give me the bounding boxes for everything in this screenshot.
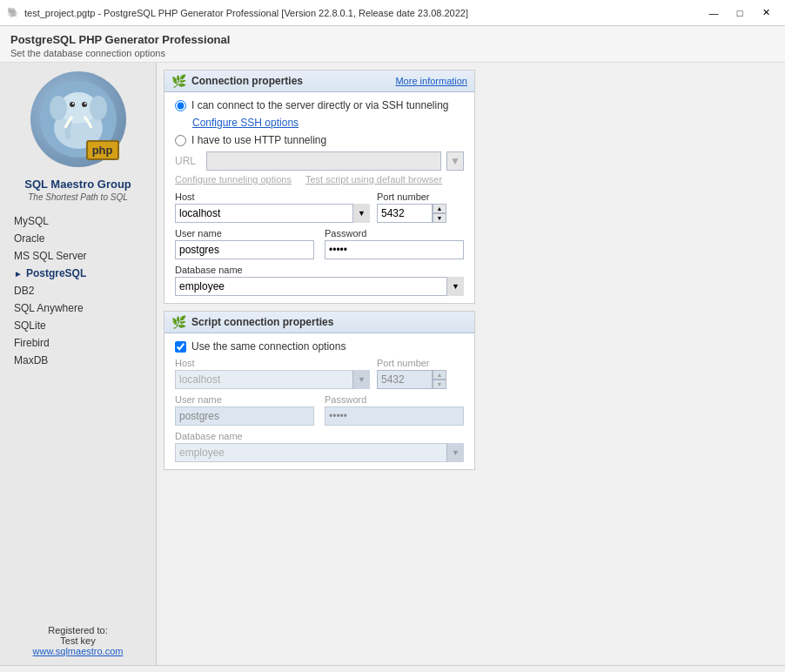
svg-point-7 (72, 103, 74, 104)
sidebar-item-maxdb[interactable]: MaxDB (7, 352, 149, 369)
host-dropdown-btn[interactable]: ▼ (352, 204, 370, 223)
radio-http[interactable] (175, 135, 186, 146)
active-arrow-icon: ► (14, 269, 23, 279)
script-username-group: User name (175, 394, 314, 426)
content-area: 🌿 Connection properties More information… (157, 63, 482, 627)
dbname-select[interactable]: employee (175, 277, 464, 296)
dbname-label: Database name (175, 265, 464, 275)
svg-point-4 (90, 96, 107, 120)
sidebar-group-name: SQL Maestro Group (24, 178, 131, 191)
svg-point-6 (82, 102, 87, 107)
close-button[interactable]: ✕ (754, 4, 778, 22)
url-input[interactable] (206, 151, 441, 171)
port-row: ▲ ▼ (377, 204, 464, 223)
port-up-btn[interactable]: ▲ (433, 204, 446, 213)
sidebar-item-mssql[interactable]: MS SQL Server (7, 247, 149, 265)
radio-direct[interactable] (175, 100, 186, 111)
more-info-link[interactable]: More information (395, 76, 467, 86)
main-layout: php SQL Maestro Group The Shortest Path … (0, 63, 785, 665)
password-group: Password (325, 228, 464, 259)
script-user-pass-row: User name Password (175, 394, 464, 426)
script-dbname-group: Database name employee ▼ (175, 431, 464, 462)
sidebar-footer: Registered to: Test key www.sqlmaestro.c… (24, 616, 132, 665)
dbname-dropdown-btn[interactable]: ▼ (446, 277, 464, 296)
host-group: Host localhost ▼ (175, 192, 370, 223)
script-username-label: User name (175, 394, 314, 405)
script-port-up-btn: ▲ (433, 370, 446, 380)
port-spinner: ▲ ▼ (433, 204, 446, 223)
script-host-select: localhost (175, 370, 370, 389)
url-dropdown-btn: ▼ (446, 151, 464, 171)
host-label: Host (175, 192, 370, 202)
app-header: PostgreSQL PHP Generator Professional Se… (0, 26, 785, 63)
port-down-btn[interactable]: ▼ (433, 213, 446, 223)
sidebar-item-firebird[interactable]: Firebird (7, 334, 149, 352)
radio-http-label[interactable]: I have to use HTTP tunneling (191, 134, 326, 146)
svg-point-5 (70, 102, 75, 107)
sidebar: php SQL Maestro Group The Shortest Path … (0, 63, 157, 665)
configure-ssh-link[interactable]: Configure SSH options (192, 117, 464, 129)
sidebar-nav: MySQL Oracle MS SQL Server ► PostgreSQL … (0, 212, 156, 369)
connection-panel-body: I can connect to the server directly or … (164, 92, 474, 303)
script-host-group: Host localhost ▼ (175, 358, 370, 389)
panel-header-left: 🌿 Connection properties (171, 74, 303, 88)
same-options-row: Use the same connection options (175, 340, 464, 353)
oracle-label: Oracle (14, 232, 44, 245)
script-username-input (175, 407, 314, 426)
host-port-row: Host localhost ▼ Port number (175, 192, 464, 223)
website-link[interactable]: www.sqlmaestro.com (33, 646, 124, 656)
test-script-link: Test script using default browser (305, 174, 442, 185)
sidebar-item-db2[interactable]: DB2 (7, 282, 149, 299)
script-panel-title: Script connection properties (191, 316, 333, 328)
same-options-checkbox[interactable] (175, 341, 186, 353)
user-pass-row: User name Password (175, 228, 464, 259)
port-input[interactable] (377, 204, 433, 223)
script-dbname-dropdown-btn: ▼ (446, 443, 464, 462)
host-select[interactable]: localhost (175, 204, 370, 223)
php-badge: php (86, 140, 119, 160)
same-options-label[interactable]: Use the same connection options (191, 340, 346, 353)
connection-panel: 🌿 Connection properties More information… (164, 70, 475, 304)
script-dbname-wrapper: employee ▼ (175, 443, 464, 462)
password-label: Password (325, 228, 464, 239)
script-port-input (377, 370, 433, 389)
connection-panel-title: Connection properties (191, 75, 303, 87)
window-title: test_project.pgtp - PostgreSQL PHP Gener… (24, 8, 701, 18)
postgresql-label: PostgreSQL (26, 267, 86, 279)
mysql-label: MySQL (14, 215, 49, 227)
sidebar-tagline: The Shortest Path to SQL (28, 192, 128, 202)
connection-panel-icon: 🌿 (171, 74, 186, 88)
script-password-label: Password (325, 394, 464, 405)
username-input[interactable] (175, 240, 314, 259)
footer: Help More... ▼ < Back Next > Ready Cance… (0, 665, 785, 672)
url-label: URL (175, 155, 201, 167)
sidebar-item-mysql[interactable]: MySQL (7, 212, 149, 230)
app-subtitle: Set the database connection options (10, 48, 775, 58)
password-input[interactable] (325, 240, 464, 259)
radio-http-row: I have to use HTTP tunneling (175, 134, 464, 146)
svg-point-3 (50, 96, 67, 120)
radio-direct-label[interactable]: I can connect to the server directly or … (191, 99, 448, 111)
dbname-group: Database name employee ▼ (175, 265, 464, 296)
firebird-label: Firebird (14, 337, 50, 349)
registered-label: Registered to: (33, 625, 124, 635)
app-title: PostgreSQL PHP Generator Professional (10, 33, 775, 46)
sidebar-item-postgresql[interactable]: ► PostgreSQL (7, 265, 149, 282)
script-port-down-btn: ▼ (433, 380, 446, 389)
url-row: URL ▼ (175, 151, 464, 171)
minimize-button[interactable]: — (701, 4, 726, 22)
sidebar-logo: php (30, 71, 126, 167)
sidebar-item-oracle[interactable]: Oracle (7, 230, 149, 247)
script-host-dropdown-btn: ▼ (352, 370, 370, 389)
script-port-spinner: ▲ ▼ (433, 370, 446, 389)
script-panel: 🌿 Script connection properties Use the s… (164, 311, 475, 470)
sidebar-item-sqlanywhere[interactable]: SQL Anywhere (7, 299, 149, 317)
configure-tunneling-link: Configure tunneling options (175, 174, 292, 185)
db2-label: DB2 (14, 285, 34, 297)
username-label: User name (175, 228, 314, 239)
sidebar-item-sqlite[interactable]: SQLite (7, 317, 149, 334)
maxdb-label: MaxDB (14, 354, 48, 366)
script-port-group: Port number ▲ ▼ (377, 358, 464, 389)
maximize-button[interactable]: □ (728, 4, 752, 22)
registered-key: Test key (33, 635, 124, 646)
